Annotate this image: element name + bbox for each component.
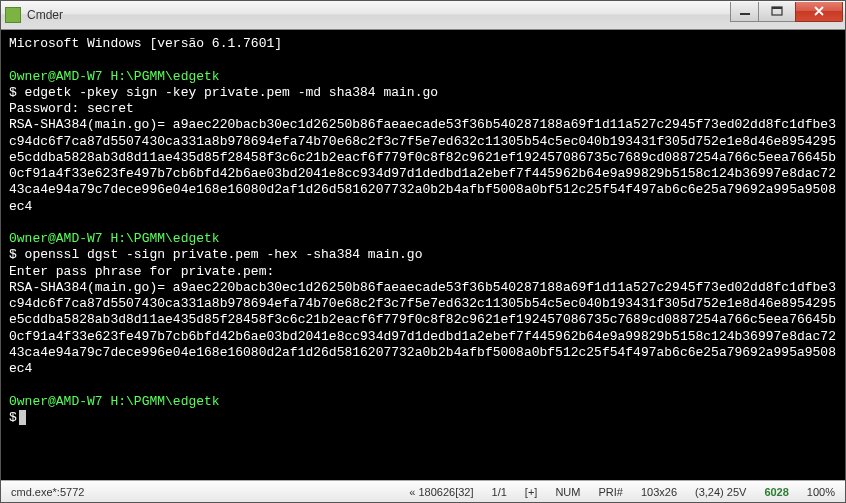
minimize-button[interactable] — [730, 2, 759, 22]
prompt-line: 0wner@AMD-W7 H:\PGMM\edgetk — [9, 231, 837, 247]
maximize-button[interactable] — [758, 2, 796, 22]
svg-rect-2 — [772, 7, 782, 9]
status-cursor: (3,24) 25V — [691, 486, 750, 498]
passphrase-line: Enter pass phrase for private.pem: — [9, 264, 837, 280]
status-lines: 1/1 — [488, 486, 511, 498]
hash-output: RSA-SHA384(main.go)= a9aec220bacb30ec1d2… — [9, 280, 837, 378]
command-line: $ edgetk -pkey sign -key private.pem -md… — [9, 85, 837, 101]
window-controls — [731, 2, 845, 22]
app-icon — [5, 7, 21, 23]
cursor-icon — [19, 410, 26, 425]
hash-output: RSA-SHA384(main.go)= a9aec220bacb30ec1d2… — [9, 117, 837, 215]
status-pct: 100% — [803, 486, 839, 498]
close-button[interactable] — [795, 2, 843, 22]
titlebar: Cmder — [1, 1, 845, 30]
status-shell[interactable]: cmd.exe*:5772 — [7, 486, 88, 498]
window-title: Cmder — [27, 8, 731, 22]
banner-line: Microsoft Windows [versão 6.1.7601] — [9, 36, 837, 52]
prompt-line: 0wner@AMD-W7 H:\PGMM\edgetk — [9, 394, 837, 410]
statusbar: cmd.exe*:5772 « 180626[32] 1/1 [+] NUM P… — [1, 480, 845, 502]
status-size: 103x26 — [637, 486, 681, 498]
svg-rect-0 — [740, 13, 750, 15]
status-chars: « 180626[32] — [405, 486, 477, 498]
status-insert: [+] — [521, 486, 542, 498]
command-line: $ openssl dgst -sign private.pem -hex -s… — [9, 247, 837, 263]
prompt-cursor-line: $ — [9, 410, 837, 426]
status-col: 6028 — [760, 486, 792, 498]
status-pri: PRI# — [594, 486, 626, 498]
status-num: NUM — [551, 486, 584, 498]
password-line: Password: secret — [9, 101, 837, 117]
prompt-line: 0wner@AMD-W7 H:\PGMM\edgetk — [9, 69, 837, 85]
terminal-output[interactable]: Microsoft Windows [versão 6.1.7601] 0wne… — [1, 30, 845, 480]
